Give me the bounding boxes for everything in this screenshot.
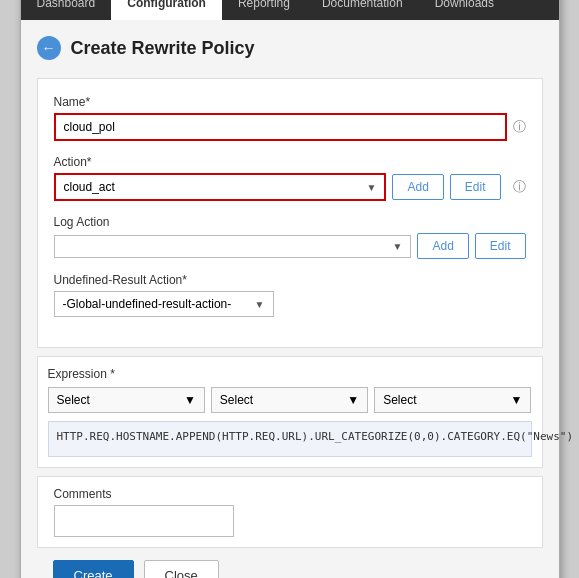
name-group: Name* ⓘ	[54, 95, 526, 141]
undefined-group: Undefined-Result Action* -Global-undefin…	[54, 273, 526, 317]
footer-buttons: Create Close	[37, 560, 543, 578]
form-section: Name* ⓘ Action* cloud_act ▼ Add Edit ⓘ	[37, 78, 543, 348]
nav-item-reporting[interactable]: Reporting	[222, 0, 306, 20]
back-button[interactable]: ←	[37, 36, 61, 60]
page-header: ← Create Rewrite Policy	[37, 36, 543, 60]
expr-select-1-label: Select	[57, 393, 90, 407]
action-edit-button[interactable]: Edit	[450, 174, 501, 200]
nav-item-downloads[interactable]: Downloads	[419, 0, 510, 20]
expression-section: Expression * Select ▼ Select ▼ Select ▼ …	[37, 356, 543, 468]
name-input[interactable]	[54, 113, 507, 141]
undefined-chevron-icon: ▼	[255, 299, 265, 310]
log-add-button[interactable]: Add	[417, 233, 468, 259]
log-action-chevron-icon: ▼	[393, 241, 403, 252]
action-row: cloud_act ▼ Add Edit ⓘ	[54, 173, 526, 201]
log-action-row: ▼ Add Edit	[54, 233, 526, 259]
action-group: Action* cloud_act ▼ Add Edit ⓘ	[54, 155, 526, 201]
log-action-group: Log Action ▼ Add Edit	[54, 215, 526, 259]
nav-bar: Dashboard Configuration Reporting Docume…	[21, 0, 559, 20]
comments-label: Comments	[54, 487, 526, 501]
action-select[interactable]: cloud_act ▼	[54, 173, 387, 201]
name-input-wrapper: ⓘ	[54, 113, 526, 141]
nav-item-dashboard[interactable]: Dashboard	[21, 0, 112, 20]
expr-select-3[interactable]: Select ▼	[374, 387, 531, 413]
name-info-icon[interactable]: ⓘ	[513, 118, 526, 136]
expr-select-2[interactable]: Select ▼	[211, 387, 368, 413]
action-chevron-icon: ▼	[367, 182, 377, 193]
comments-input[interactable]	[54, 505, 234, 537]
expr-select-1[interactable]: Select ▼	[48, 387, 205, 413]
expr-select-2-label: Select	[220, 393, 253, 407]
log-action-select[interactable]: ▼	[54, 235, 412, 258]
comments-section: Comments	[37, 476, 543, 548]
action-info-icon[interactable]: ⓘ	[513, 178, 526, 196]
main-window: Citrix ADC VPX AZURE BYOL (5000) Dashboa…	[20, 0, 560, 578]
expression-label: Expression *	[48, 367, 532, 381]
nav-item-configuration[interactable]: Configuration	[111, 0, 222, 20]
undefined-value: -Global-undefined-result-action-	[63, 297, 232, 311]
nav-item-documentation[interactable]: Documentation	[306, 0, 419, 20]
action-label: Action*	[54, 155, 526, 169]
name-label: Name*	[54, 95, 526, 109]
expression-selects: Select ▼ Select ▼ Select ▼	[48, 387, 532, 413]
log-edit-button[interactable]: Edit	[475, 233, 526, 259]
expr-chevron-1-icon: ▼	[184, 393, 196, 407]
page-title: Create Rewrite Policy	[71, 38, 255, 59]
expr-chevron-3-icon: ▼	[511, 393, 523, 407]
close-button[interactable]: Close	[144, 560, 219, 578]
create-button[interactable]: Create	[53, 560, 134, 578]
content-area: ← Create Rewrite Policy Name* ⓘ Action* …	[21, 20, 559, 578]
action-value: cloud_act	[64, 180, 115, 194]
expression-text[interactable]: HTTP.REQ.HOSTNAME.APPEND(HTTP.REQ.URL).U…	[48, 421, 532, 457]
undefined-select[interactable]: -Global-undefined-result-action- ▼	[54, 291, 274, 317]
action-add-button[interactable]: Add	[392, 174, 443, 200]
expr-chevron-2-icon: ▼	[347, 393, 359, 407]
log-action-label: Log Action	[54, 215, 526, 229]
expr-select-3-label: Select	[383, 393, 416, 407]
undefined-label: Undefined-Result Action*	[54, 273, 526, 287]
